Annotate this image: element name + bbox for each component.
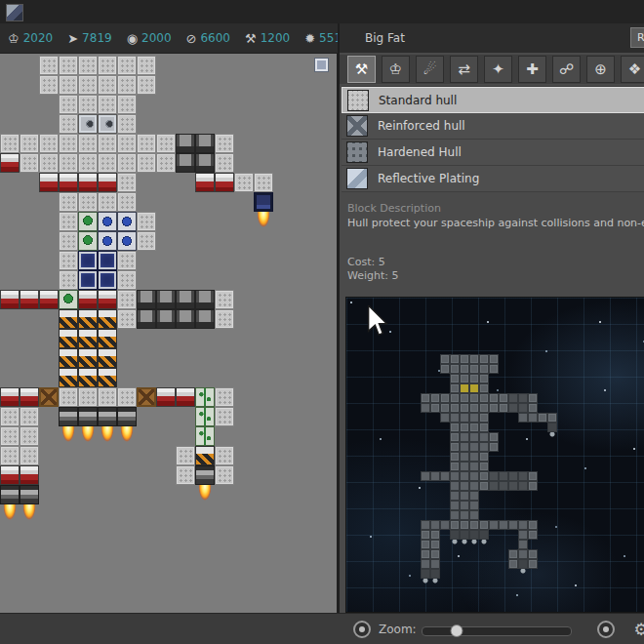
tile-engine[interactable] <box>195 465 215 485</box>
tile-standard-hull[interactable] <box>254 173 273 192</box>
tile-launcher[interactable] <box>20 465 39 485</box>
tile-launcher[interactable] <box>39 173 59 192</box>
tile-hydroponics[interactable] <box>195 387 215 407</box>
tile-standard-hull[interactable] <box>137 212 156 231</box>
tile-standard-hull[interactable] <box>78 192 98 212</box>
tile-engine-flame[interactable] <box>0 504 20 524</box>
tile-standard-hull[interactable] <box>215 153 234 173</box>
tile-launcher[interactable] <box>39 290 59 309</box>
tile-standard-hull[interactable] <box>156 153 176 173</box>
tile-device[interactable] <box>98 231 117 251</box>
tile-cannon[interactable] <box>195 309 215 329</box>
tile-standard-hull[interactable] <box>117 75 137 95</box>
tile-standard-hull[interactable] <box>176 465 195 485</box>
tab-sensors[interactable]: ⊕ <box>586 56 615 83</box>
tile-cargo[interactable] <box>59 329 78 348</box>
tile-launcher[interactable] <box>0 387 20 407</box>
tile-standard-hull[interactable] <box>176 446 195 465</box>
tile-standard-hull[interactable] <box>39 56 59 75</box>
tile-standard-hull[interactable] <box>117 387 137 407</box>
block-list-item[interactable]: Standard hull <box>342 87 644 113</box>
tile-standard-hull[interactable] <box>117 290 137 309</box>
tile-launcher[interactable] <box>0 153 20 173</box>
tile-cargo[interactable] <box>98 329 117 348</box>
preview-canvas[interactable] <box>345 297 644 613</box>
fit-view-button[interactable] <box>597 621 615 638</box>
tile-standard-hull[interactable] <box>59 192 78 212</box>
tile-standard-hull[interactable] <box>117 153 137 173</box>
tile-launcher[interactable] <box>0 290 20 309</box>
tile-standard-hull[interactable] <box>117 173 137 192</box>
tile-cannon[interactable] <box>137 290 156 309</box>
tile-standard-hull[interactable] <box>0 426 20 446</box>
tile-cargo[interactable] <box>98 309 117 329</box>
tile-cannon[interactable] <box>176 153 195 173</box>
tile-standard-hull[interactable] <box>98 75 117 95</box>
tile-standard-hull[interactable] <box>156 134 176 153</box>
zoom-slider-track[interactable] <box>422 626 572 636</box>
tile-standard-hull[interactable] <box>98 134 117 153</box>
tile-launcher[interactable] <box>0 465 20 485</box>
tile-standard-hull[interactable] <box>59 270 78 290</box>
tile-standard-hull[interactable] <box>78 56 98 75</box>
tile-standard-hull[interactable] <box>20 446 39 465</box>
tile-cargo[interactable] <box>98 348 117 368</box>
tile-ion-engine[interactable] <box>254 192 273 212</box>
tile-device[interactable] <box>117 231 137 251</box>
tile-launcher[interactable] <box>176 387 195 407</box>
tab-command[interactable]: ♔ <box>382 56 410 83</box>
tile-engine-flame[interactable] <box>20 504 39 524</box>
tile-standard-hull[interactable] <box>234 173 254 192</box>
tile-crate[interactable] <box>39 387 59 407</box>
tile-launcher[interactable] <box>215 173 234 192</box>
tile-standard-hull[interactable] <box>0 407 20 426</box>
tile-standard-hull[interactable] <box>78 387 98 407</box>
tile-standard-hull[interactable] <box>98 95 117 114</box>
tile-engine[interactable] <box>78 407 98 426</box>
tile-standard-hull[interactable] <box>117 134 137 153</box>
tile-standard-hull[interactable] <box>78 95 98 114</box>
tile-power-core[interactable] <box>98 270 117 290</box>
tile-engine-flame[interactable] <box>98 426 117 446</box>
tile-cockpit[interactable] <box>98 114 117 134</box>
tile-cargo[interactable] <box>78 368 98 387</box>
tile-power-core[interactable] <box>78 270 98 290</box>
tile-bio-tank[interactable] <box>78 212 98 231</box>
tile-standard-hull[interactable] <box>215 290 234 309</box>
tile-standard-hull[interactable] <box>215 134 234 153</box>
tile-engine-flame[interactable] <box>59 426 78 446</box>
tile-launcher[interactable] <box>78 290 98 309</box>
tile-launcher[interactable] <box>78 173 98 192</box>
tile-cargo[interactable] <box>59 368 78 387</box>
tile-device[interactable] <box>98 212 117 231</box>
tile-engine[interactable] <box>20 485 39 504</box>
tile-standard-hull[interactable] <box>59 251 78 270</box>
tile-standard-hull[interactable] <box>78 134 98 153</box>
tile-standard-hull[interactable] <box>137 153 156 173</box>
tile-launcher[interactable] <box>59 173 78 192</box>
tile-engine-flame[interactable] <box>195 485 215 504</box>
tile-standard-hull[interactable] <box>20 426 39 446</box>
tile-cannon[interactable] <box>176 290 195 309</box>
tile-cargo[interactable] <box>78 309 98 329</box>
tab-weapons[interactable]: ☄ <box>416 56 444 83</box>
tile-bio-tank[interactable] <box>78 231 98 251</box>
tile-engine[interactable] <box>0 485 20 504</box>
tile-standard-hull[interactable] <box>59 212 78 231</box>
tile-cannon[interactable] <box>176 134 195 153</box>
tile-standard-hull[interactable] <box>78 75 98 95</box>
tile-standard-hull[interactable] <box>215 309 234 329</box>
tile-launcher[interactable] <box>156 387 176 407</box>
tile-standard-hull[interactable] <box>39 153 59 173</box>
tile-cargo[interactable] <box>59 348 78 368</box>
tile-standard-hull[interactable] <box>215 446 234 465</box>
tile-standard-hull[interactable] <box>59 56 78 75</box>
tile-standard-hull[interactable] <box>98 56 117 75</box>
block-list-item[interactable]: Hardened Hull <box>342 140 644 166</box>
tile-ion-flame[interactable] <box>254 212 273 231</box>
zoom-slider-knob[interactable] <box>450 624 463 637</box>
tile-device[interactable] <box>117 212 137 231</box>
tile-standard-hull[interactable] <box>117 309 137 329</box>
tile-standard-hull[interactable] <box>59 134 78 153</box>
tile-cannon[interactable] <box>156 290 176 309</box>
